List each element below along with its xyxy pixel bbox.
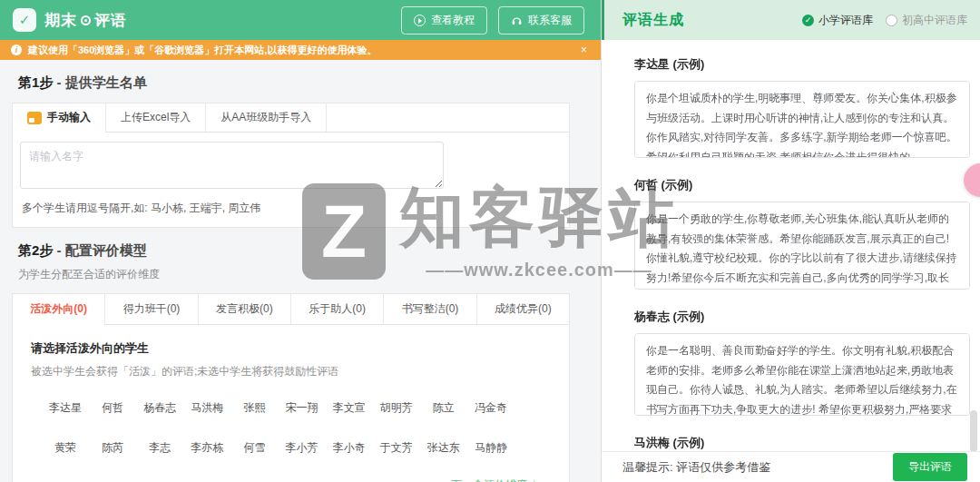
sample-comment: 李达星 (示例) 你是个坦诚质朴的学生,明晓事理、尊师爱友。你关心集体,积极参与… (634, 56, 969, 158)
app: 期末 评语 查看教程 联系客服 建议使用「360浏览器」或「谷歌浏览器」打开本网… (0, 0, 980, 482)
radio-middle-school-library[interactable]: 初高中评语库 (886, 13, 967, 28)
student-option[interactable]: 胡明芳 (373, 400, 420, 416)
sample-student-name: 何哲 (示例) (634, 177, 969, 193)
radio-checked-icon (802, 15, 814, 26)
app-title-part1: 期末 (44, 10, 77, 31)
left-panel: 期末 评语 查看教程 联系客服 建议使用「360浏览器」或「谷歌浏览器」打开本网… (0, 0, 601, 482)
student-grid: 李达星 何哲 杨春志 马洪梅 张熙 宋一翔 李文宣 胡明芳 陈立 冯金奇 黄荣 … (42, 400, 514, 456)
dimension-panel: 请选择活泼外向的学生 被选中学生会获得「活泼」的评语;未选中学生将获得鼓励性评语… (13, 325, 569, 482)
step1-title: 第1步 (18, 74, 53, 90)
play-icon (414, 15, 426, 26)
library-options: 小学评语库 初高中评语库 (802, 13, 967, 28)
primary-library-label: 小学评语库 (818, 13, 873, 28)
tab-manual-input-label: 手动输入 (47, 110, 91, 125)
sample-comment: 马洪梅 (示例) 你是一个积极上进,善良真诚的学生。你总是积极响应班级活动,遵守… (634, 435, 969, 451)
comment-generation-panel: 评语生成 小学评语库 初高中评语库 李达星 (示例) 你是个坦诚质朴的学生,明晓… (601, 0, 980, 482)
logo-dot-icon (81, 15, 91, 25)
app-title-part2: 评语 (94, 10, 127, 31)
view-tutorial-button[interactable]: 查看教程 (401, 6, 487, 34)
student-option[interactable]: 宋一翔 (278, 400, 325, 416)
step1-card-body: 多个学生请用逗号隔开,如: 马小栋, 王端宇, 周立伟 (13, 133, 569, 227)
close-icon[interactable]: × (578, 44, 590, 56)
student-option[interactable]: 张达东 (420, 440, 467, 456)
student-option[interactable]: 冯金奇 (467, 400, 514, 416)
step1-card: 手动输入 上传Excel导入 从AA班级助手导入 多个学生请用逗号隔开,如: 马… (12, 103, 570, 228)
keyboard-icon (27, 112, 42, 124)
contact-support-label: 联系客服 (528, 13, 572, 28)
tab-aa-assistant-import-label: 从AA班级助手导入 (220, 110, 311, 125)
sample-comment: 何哲 (示例) 你是一个勇敢的学生,你尊敬老师,关心班集体,能认真听从老师的教导… (634, 177, 969, 290)
dimension-tabs: 活泼外向(0) 得力班干(0) 发言积极(0) 乐于助人(0) 书写整洁(0) … (13, 294, 569, 325)
sample-comment-text[interactable]: 你是一名聪明、善良而勤奋好学的学生。你文明有礼貌,积极配合老师的安排。老师多么希… (634, 333, 970, 416)
next-dimension-row: 下一个评价维度 〉 (31, 476, 551, 482)
next-dimension-link[interactable]: 下一个评价维度 〉 (451, 477, 544, 482)
sample-student-name: 马洪梅 (示例) (634, 435, 969, 451)
dimension-panel-title: 请选择活泼外向的学生 (31, 340, 551, 357)
chat-check-icon (13, 8, 36, 32)
comment-panel-footer: 温馨提示: 评语仅供参考借鉴 导出评语 (602, 451, 980, 482)
student-option[interactable]: 陈立 (420, 400, 467, 416)
sample-comments-list: 李达星 (示例) 你是个坦诚质朴的学生,明晓事理、尊师爱友。你关心集体,积极参与… (602, 40, 980, 451)
student-option[interactable]: 马洪梅 (183, 400, 230, 416)
step1-heading: 第1步 - 提供学生名单 (18, 74, 601, 92)
student-option[interactable]: 李志 (136, 440, 183, 456)
comment-tip-text: 温馨提示: 评语仅供参考借鉴 (622, 459, 770, 476)
sample-student-name: 李达星 (示例) (634, 56, 969, 73)
next-dimension-label: 下一个评价维度 (451, 477, 527, 482)
tab-dimension-neat-writing[interactable]: 书写整洁(0) (384, 294, 476, 324)
tab-dimension-active-speaker[interactable]: 发言积极(0) (199, 294, 291, 324)
sample-comment: 杨春志 (示例) 你是一名聪明、善良而勤奋好学的学生。你文明有礼貌,积极配合老师… (634, 309, 969, 416)
comment-panel-header: 评语生成 小学评语库 初高中评语库 (602, 0, 980, 40)
student-option[interactable]: 于文芳 (373, 440, 420, 456)
header-actions: 查看教程 联系客服 (401, 6, 584, 34)
step2-card: 活泼外向(0) 得力班干(0) 发言积极(0) 乐于助人(0) 书写整洁(0) … (12, 293, 570, 482)
student-option[interactable]: 何哲 (89, 400, 136, 416)
info-icon (11, 44, 22, 55)
tab-dimension-helpful[interactable]: 乐于助人(0) (291, 294, 384, 324)
tab-dimension-lively[interactable]: 活泼外向(0) (13, 294, 105, 324)
student-option[interactable]: 杨春志 (136, 400, 183, 416)
step2-subtitle: - 配置评价模型 (57, 242, 147, 258)
student-option[interactable]: 陈芮 (89, 440, 136, 456)
chevron-right-icon: 〉 (532, 477, 544, 482)
tab-dimension-class-cadre[interactable]: 得力班干(0) (105, 294, 198, 324)
logo: 期末 评语 (13, 8, 127, 32)
student-option[interactable]: 张熙 (230, 400, 278, 416)
names-input-hint: 多个学生请用逗号隔开,如: 马小栋, 王端宇, 周立伟 (22, 201, 560, 216)
tab-excel-import-label: 上传Excel导入 (121, 110, 191, 125)
radio-primary-school-library[interactable]: 小学评语库 (802, 13, 873, 28)
step1-tabs: 手动输入 上传Excel导入 从AA班级助手导入 (13, 103, 569, 133)
tab-dimension-excellent-grades[interactable]: 成绩优异(0) (477, 294, 569, 324)
step2-description: 为学生分配至合适的评价维度 (18, 267, 601, 282)
student-option[interactable]: 马静静 (467, 440, 514, 456)
sample-comment-text[interactable]: 你是个坦诚质朴的学生,明晓事理、尊师爱友。你关心集体,积极参与班级活动。上课时用… (634, 81, 970, 158)
tab-excel-import[interactable]: 上传Excel导入 (106, 103, 206, 132)
top-header: 期末 评语 查看教程 联系客服 (0, 0, 601, 40)
student-option[interactable]: 李小奇 (326, 440, 373, 456)
student-option[interactable]: 李小芳 (278, 440, 325, 456)
radio-unchecked-icon (886, 15, 897, 26)
student-option[interactable]: 何雪 (230, 440, 278, 456)
student-option[interactable]: 黄荣 (42, 440, 89, 456)
sample-comment-text[interactable]: 你是一个勇敢的学生,你尊敬老师,关心班集体,能认真听从老师的教导,有较强的集体荣… (634, 202, 970, 290)
browser-notice-bar: 建议使用「360浏览器」或「谷歌浏览器」打开本网站,以获得更好的使用体验。 × (0, 40, 601, 60)
student-option[interactable]: 李达星 (42, 400, 89, 416)
view-tutorial-label: 查看教程 (431, 13, 475, 28)
middle-library-label: 初高中评语库 (902, 13, 967, 28)
app-title: 期末 评语 (44, 10, 127, 31)
tab-aa-assistant-import[interactable]: 从AA班级助手导入 (206, 103, 327, 132)
export-comments-button[interactable]: 导出评语 (893, 453, 967, 481)
step2-title: 第2步 (18, 242, 53, 258)
contact-support-button[interactable]: 联系客服 (498, 6, 584, 34)
dimension-panel-desc: 被选中学生会获得「活泼」的评语;未选中学生将获得鼓励性评语 (31, 364, 551, 379)
student-option[interactable]: 李亦栋 (183, 440, 230, 456)
scrollbar-thumb[interactable] (970, 410, 977, 452)
comment-panel-title: 评语生成 (622, 11, 684, 30)
sample-student-name: 杨春志 (示例) (634, 309, 969, 325)
notice-text: 建议使用「360浏览器」或「谷歌浏览器」打开本网站,以获得更好的使用体验。 (28, 44, 572, 57)
tab-manual-input[interactable]: 手动输入 (13, 103, 106, 132)
student-option[interactable]: 李文宣 (326, 400, 373, 416)
student-names-input[interactable] (20, 142, 444, 189)
headset-icon (511, 15, 523, 26)
step1-subtitle: - 提供学生名单 (57, 74, 147, 90)
